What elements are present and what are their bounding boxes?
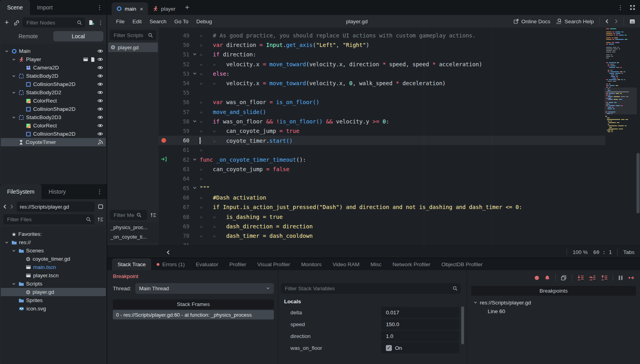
fold-arrow-icon[interactable] [193, 185, 197, 191]
scene-tree-menu-icon[interactable]: ⋮ [98, 19, 103, 26]
debugger-tab-errors-1-[interactable]: Errors (1) [151, 258, 190, 270]
script-icon[interactable] [90, 57, 95, 62]
code-line-61[interactable]: 61» [159, 145, 640, 155]
tab-import[interactable]: Import [30, 0, 60, 15]
fold-arrow-icon[interactable] [193, 118, 197, 125]
online-docs-button[interactable]: Online Docs [513, 19, 550, 24]
collapse-arrow-icon[interactable] [4, 49, 9, 53]
attach-script-icon[interactable] [88, 20, 95, 26]
scene-node-row[interactable]: CollisionShape2D [1, 80, 106, 88]
debugger-tab-visual-profiler[interactable]: Visual Profiler [252, 258, 296, 270]
stack-frame-row[interactable]: 0 - res://Scripts/player.gd:60 - at func… [113, 310, 274, 319]
locals-scrollbar[interactable] [461, 306, 464, 344]
step-over-button[interactable] [589, 275, 596, 281]
filter-nodes-input[interactable] [26, 19, 77, 26]
collapse-arrow-icon[interactable] [11, 74, 17, 78]
scene-dock-menu-icon[interactable]: ⋮ [97, 0, 107, 15]
code-editor[interactable]: 49»# As good practice, you should replac… [159, 28, 640, 245]
code-line-50[interactable]: 50»var direction = Input.get_axis("Left"… [159, 40, 640, 50]
code-minimap[interactable] [605, 28, 636, 135]
local-button[interactable]: Local [53, 31, 103, 41]
file-row[interactable]: main.tscn [1, 263, 106, 271]
scene-node-row[interactable]: ColorRect [1, 97, 106, 105]
code-line-63[interactable]: 63»can_coyote_jump = false [159, 164, 640, 174]
fold-arrow-icon[interactable] [193, 51, 197, 58]
eye-icon[interactable] [97, 81, 103, 87]
eye-icon[interactable] [97, 131, 103, 137]
eye-icon[interactable] [97, 114, 103, 120]
scene-node-row[interactable]: CollisionShape2D [1, 105, 106, 113]
distraction-free-icon[interactable] [630, 5, 635, 10]
tab-scene[interactable]: Scene [0, 0, 30, 15]
skip-breakpoints-button[interactable] [534, 275, 539, 280]
debugger-tab-video-ram[interactable]: Video RAM [327, 258, 365, 270]
local-variable-row[interactable]: direction1.0 [284, 330, 459, 342]
checkbox-checked-icon[interactable]: ✓ [386, 345, 392, 351]
collapse-arrow-icon[interactable] [4, 241, 9, 245]
eye-icon[interactable] [97, 123, 103, 129]
vertical-scrollbar[interactable] [636, 153, 640, 213]
clapper-icon[interactable] [83, 57, 88, 62]
code-line-65[interactable]: 65""" [159, 183, 640, 193]
breakpoint-tree-row[interactable]: res://Scripts/player.gd [473, 298, 636, 307]
local-variable-row[interactable]: speed150.0 [284, 318, 459, 330]
code-line-60[interactable]: 60»»coyote_timer.start() [159, 136, 640, 145]
code-line-56[interactable]: 56»var was_on_floor = is_on_floor() [159, 97, 640, 107]
signal-connection-icon[interactable] [161, 157, 167, 163]
zoom-level[interactable]: 100 % [573, 249, 588, 255]
code-line-68[interactable]: 68»»is_dashing = true [159, 212, 640, 222]
code-line-49[interactable]: 49»# As good practice, you should replac… [159, 31, 640, 40]
debugger-tab-misc[interactable]: Misc [365, 258, 387, 270]
scroll-left-icon[interactable] [167, 250, 170, 255]
scene-tab-player[interactable]: player [148, 2, 180, 15]
collapse-arrow-icon[interactable] [11, 249, 17, 253]
collapse-arrow-icon[interactable] [11, 282, 17, 286]
debugger-tab-monitors[interactable]: Monitors [296, 258, 327, 270]
code-line-59[interactable]: 59»»can_coyote_jump = true [159, 126, 640, 136]
code-line-62[interactable]: 62func _on_coyote_timer_timeout(): [159, 155, 640, 164]
scene-node-row[interactable]: CollisionShape2D [1, 130, 106, 138]
search-help-button[interactable]: DOC Search Help [556, 18, 594, 24]
scene-node-row[interactable]: StaticBody2D3 [1, 113, 106, 121]
file-row[interactable]: Scripts [1, 280, 106, 288]
tab-filesystem[interactable]: FileSystem [0, 184, 41, 199]
debugger-tab-network-profiler[interactable]: Network Profiler [387, 258, 436, 270]
ignore-error-breaks-button[interactable] [545, 275, 550, 281]
file-row[interactable]: Scenes [1, 246, 106, 255]
toggle-split-mode-icon[interactable] [98, 204, 103, 209]
file-row[interactable]: ⚙player.gd [1, 288, 106, 296]
debugger-tab-objectdb-profiler[interactable]: ObjectDB Profiler [436, 258, 488, 270]
debugger-tab-evaluator[interactable]: Evaluator [190, 258, 224, 270]
collapse-arrow-icon[interactable] [11, 116, 17, 119]
history-forward-icon[interactable] [614, 19, 618, 24]
scene-node-row[interactable]: StaticBody2D2 [1, 88, 106, 97]
code-line-51[interactable]: 51»if direction: [159, 50, 640, 59]
eye-icon[interactable] [97, 48, 103, 54]
code-line-54[interactable]: 54»»velocity.x = move_toward(velocity.x,… [159, 78, 640, 88]
sort-methods-icon[interactable] [150, 213, 156, 218]
menu-debug[interactable]: Debug [193, 19, 216, 24]
method-item[interactable]: _physics_proc... [108, 222, 158, 232]
code-line-58[interactable]: 58»if was_on_floor && !is_on_floor() && … [159, 117, 640, 126]
menu-edit[interactable]: Edit [129, 19, 146, 24]
fold-arrow-icon[interactable] [193, 157, 197, 163]
code-line-71[interactable]: 71 [159, 241, 640, 245]
menu-search[interactable]: Search [146, 19, 170, 24]
step-out-button[interactable] [601, 275, 608, 281]
thread-dropdown[interactable]: Main Thread [135, 283, 274, 294]
collapse-arrow-icon[interactable] [473, 300, 477, 306]
filter-methods-input[interactable] [113, 212, 137, 218]
breakpoint-icon[interactable] [161, 138, 166, 143]
eye-icon[interactable] [97, 56, 103, 62]
scene-node-row[interactable]: Main [1, 47, 106, 55]
filesystem-menu-icon[interactable]: ⋮ [97, 184, 107, 199]
file-row[interactable]: ★Favorites: [1, 230, 106, 238]
scene-node-row[interactable]: CoyoteTimer [1, 138, 106, 146]
method-item[interactable]: _on_coyote_ti... [108, 232, 158, 241]
file-row[interactable]: res:// [1, 238, 106, 246]
code-line-52[interactable]: 52»»velocity.x = move_toward(velocity.x,… [159, 60, 640, 69]
new-scene-tab-button[interactable]: + [180, 3, 194, 12]
code-line-69[interactable]: 69»»dash_direction = direction [159, 222, 640, 231]
debugger-tab-stack-trace[interactable]: Stack Trace [112, 258, 151, 270]
eye-icon[interactable] [97, 90, 103, 95]
